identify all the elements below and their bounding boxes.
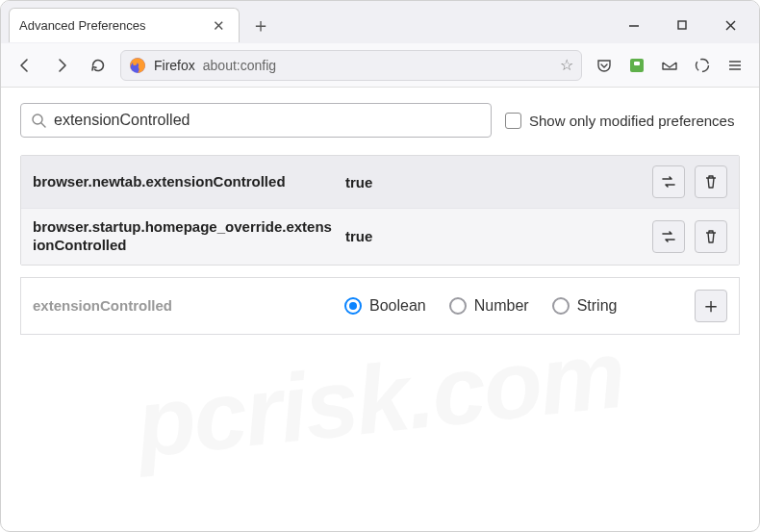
delete-button[interactable]: [695, 165, 727, 198]
search-row: Show only modified preferences: [20, 103, 740, 138]
svg-rect-1: [678, 21, 686, 29]
search-input[interactable]: [54, 112, 481, 129]
url-text: about:config: [203, 58, 276, 73]
radio-icon: [449, 297, 467, 315]
radio-icon: [552, 297, 570, 315]
modified-label: Show only modified preferences: [529, 113, 734, 129]
svg-point-7: [697, 59, 709, 71]
forward-button[interactable]: [47, 51, 76, 80]
minimize-button[interactable]: [613, 10, 655, 40]
radio-icon: [344, 297, 362, 315]
window-frame: Advanced Preferences ✕ ＋ Firefox about:c…: [0, 0, 760, 532]
downloads-icon[interactable]: [688, 51, 717, 80]
radio-boolean[interactable]: Boolean: [344, 297, 426, 315]
svg-point-11: [33, 114, 42, 124]
reload-button[interactable]: [84, 51, 113, 80]
extension-icon[interactable]: [622, 51, 651, 80]
pref-row[interactable]: browser.startup.homepage_override.extens…: [21, 208, 739, 265]
toolbar-icons: [590, 51, 749, 80]
tab-title: Advanced Preferences: [19, 18, 209, 33]
pref-value: true: [345, 174, 403, 190]
maximize-button[interactable]: [661, 10, 703, 40]
radio-string[interactable]: String: [552, 297, 618, 315]
new-tab-button[interactable]: ＋: [245, 10, 276, 40]
toggle-button[interactable]: [652, 220, 685, 253]
pref-name: browser.startup.homepage_override.extens…: [33, 218, 336, 255]
window-controls: [613, 10, 759, 40]
svg-rect-6: [634, 62, 640, 65]
modified-prefs-toggle[interactable]: Show only modified preferences: [505, 113, 734, 129]
checkbox-icon[interactable]: [505, 113, 521, 129]
toggle-button[interactable]: [652, 165, 685, 198]
add-pref-name: extensionControlled: [33, 297, 321, 314]
add-pref-row: extensionControlled Boolean Number Strin…: [20, 277, 740, 335]
svg-line-12: [41, 123, 45, 127]
menu-button[interactable]: [721, 51, 749, 80]
back-button[interactable]: [11, 51, 39, 80]
search-box[interactable]: [20, 103, 492, 138]
firefox-icon: [129, 57, 146, 74]
pref-name: browser.newtab.extensionControlled: [33, 173, 336, 191]
titlebar: Advanced Preferences ✕ ＋: [1, 1, 759, 43]
page-content: Show only modified preferences browser.n…: [1, 88, 759, 350]
bookmark-star-icon[interactable]: ☆: [560, 56, 573, 74]
mail-icon[interactable]: [655, 51, 684, 80]
add-button[interactable]: ＋: [695, 290, 727, 322]
delete-button[interactable]: [695, 220, 727, 253]
results-table: browser.newtab.extensionControlled true …: [20, 155, 740, 266]
identity-label: Firefox: [154, 58, 195, 73]
close-window-button[interactable]: [709, 10, 751, 40]
browser-toolbar: Firefox about:config ☆: [1, 43, 759, 88]
tab-advanced-preferences[interactable]: Advanced Preferences ✕: [9, 8, 240, 42]
search-icon: [31, 113, 46, 128]
close-tab-icon[interactable]: ✕: [209, 15, 229, 37]
radio-number[interactable]: Number: [449, 297, 529, 315]
pref-value: true: [345, 228, 403, 244]
address-bar[interactable]: Firefox about:config ☆: [120, 50, 582, 81]
pocket-icon[interactable]: [590, 51, 619, 80]
pref-row[interactable]: browser.newtab.extensionControlled true: [21, 156, 739, 208]
